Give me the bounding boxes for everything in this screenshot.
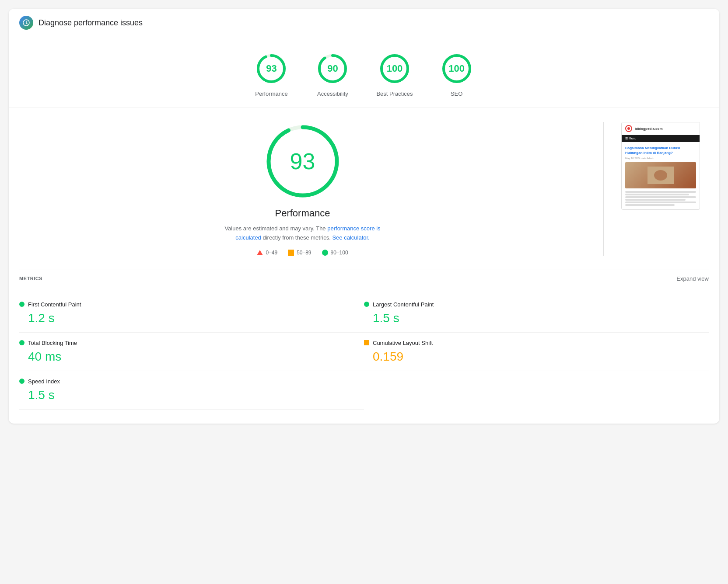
left-panel: 93 Performance Values are estimated and … [19, 122, 586, 256]
score-item-seo: 100 SEO [439, 51, 474, 97]
score-label-seo: SEO [451, 90, 462, 97]
preview-line-5 [625, 202, 696, 203]
score-value-seo: 100 [448, 63, 465, 74]
metric-value-cls: 0.159 [364, 350, 709, 364]
preview-line-6 [625, 204, 675, 206]
legend-range3: 90–100 [331, 250, 348, 256]
metric-value-tbt: 40 ms [19, 350, 364, 364]
metrics-title: METRICS [19, 276, 42, 281]
preview-line-1 [625, 191, 696, 193]
preview-header: idblogpedia.com [622, 122, 700, 135]
preview-logo-inner [627, 127, 630, 130]
legend-item-red: 0–49 [257, 250, 277, 256]
desc-start: Values are estimated and may vary. The [224, 225, 326, 232]
metric-value-si: 1.5 s [19, 388, 364, 402]
legend-item-orange: 50–89 [288, 250, 311, 256]
svg-point-12 [654, 170, 667, 181]
legend-row: 0–49 50–89 90–100 [257, 250, 348, 256]
large-score-circle: 93 [263, 122, 342, 201]
metric-dot-fcp [19, 302, 24, 307]
large-score-value: 93 [290, 148, 315, 174]
preview-domain: idblogpedia.com [635, 127, 663, 131]
preview-meta: May 18 2024 oleh Admin [625, 157, 696, 160]
preview-text-lines [625, 191, 696, 206]
main-content: 93 Performance Values are estimated and … [9, 108, 719, 270]
score-label-performance: Performance [255, 90, 287, 97]
preview-nav: ☰ Menu [622, 135, 700, 142]
expand-view-button[interactable]: Expand view [676, 275, 709, 282]
metric-label-row-fcp: First Contentful Paint [19, 301, 364, 308]
score-value-best-practices: 100 [387, 63, 403, 74]
metric-label-row-lcp: Largest Contentful Paint [364, 301, 709, 308]
preview-article-title: Bagaimana Meningkatkan Durasi Hubungan I… [625, 146, 696, 155]
score-circle-accessibility: 90 [315, 51, 350, 86]
metric-value-fcp: 1.2 s [19, 311, 364, 325]
metric-item-fcp: First Contentful Paint 1.2 s [19, 294, 364, 333]
legend-item-green: 90–100 [322, 250, 348, 256]
performance-title: Performance [275, 208, 330, 219]
calc-link[interactable]: See calculator. [332, 234, 369, 241]
preview-line-2 [625, 194, 689, 195]
right-panel: idblogpedia.com ☰ Menu Bagaimana Meningk… [621, 122, 709, 256]
legend-orange-icon [288, 250, 294, 256]
metric-item-lcp: Largest Contentful Paint 1.5 s [364, 294, 709, 333]
performance-description: Values are estimated and may vary. The p… [220, 224, 386, 243]
score-value-performance: 93 [266, 63, 276, 74]
preview-line-4 [625, 199, 686, 201]
metric-value-lcp: 1.5 s [364, 311, 709, 325]
preview-body: Bagaimana Meningkatkan Durasi Hubungan I… [622, 142, 700, 209]
metric-name-lcp: Largest Contentful Paint [373, 301, 434, 308]
metric-dot-si [19, 379, 24, 384]
metrics-section: METRICS Expand view First Contentful Pai… [9, 270, 719, 424]
main-card: Diagnose performance issues 93 Performan… [9, 9, 719, 424]
header-title: Diagnose performance issues [38, 18, 143, 28]
legend-range1: 0–49 [266, 250, 277, 256]
header-icon [19, 16, 33, 30]
metric-item-si: Speed Index 1.5 s [19, 371, 364, 410]
desc-middle: directly from these metrics. [262, 234, 330, 241]
metric-item-tbt: Total Blocking Time 40 ms [19, 333, 364, 371]
metric-name-cls: Cumulative Layout Shift [373, 340, 433, 346]
vertical-divider [603, 122, 604, 256]
score-circle-best-practices: 100 [377, 51, 412, 86]
preview-nav-text: ☰ Menu [625, 137, 636, 140]
score-label-accessibility: Accessibility [317, 90, 348, 97]
website-preview: idblogpedia.com ☰ Menu Bagaimana Meningk… [621, 122, 700, 210]
metric-dot-tbt [19, 340, 24, 345]
preview-image [625, 162, 696, 188]
metrics-header: METRICS Expand view [19, 270, 709, 287]
score-value-accessibility: 90 [327, 63, 338, 74]
score-item-performance: 93 Performance [254, 51, 289, 97]
scores-section: 93 Performance 90 Accessibility [9, 37, 719, 108]
metric-name-fcp: First Contentful Paint [28, 301, 81, 308]
score-label-best-practices: Best Practices [376, 90, 413, 97]
metric-name-si: Speed Index [28, 378, 60, 385]
preview-logo [625, 125, 632, 132]
metric-dot-cls [364, 340, 369, 345]
legend-red-icon [257, 250, 263, 255]
score-circle-performance: 93 [254, 51, 289, 86]
scores-row: 93 Performance 90 Accessibility [19, 51, 709, 97]
metric-item-cls: Cumulative Layout Shift 0.159 [364, 333, 709, 371]
score-circle-seo: 100 [439, 51, 474, 86]
metric-name-tbt: Total Blocking Time [28, 340, 77, 346]
metric-label-row-cls: Cumulative Layout Shift [364, 340, 709, 346]
metrics-grid: First Contentful Paint 1.2 s Largest Con… [19, 294, 709, 410]
legend-green-icon [322, 250, 328, 256]
preview-line-3 [625, 196, 696, 198]
legend-range2: 50–89 [297, 250, 311, 256]
score-item-best-practices: 100 Best Practices [376, 51, 413, 97]
page-header: Diagnose performance issues [9, 9, 719, 37]
metric-dot-lcp [364, 302, 369, 307]
score-item-accessibility: 90 Accessibility [315, 51, 350, 97]
metric-label-row-tbt: Total Blocking Time [19, 340, 364, 346]
metric-label-row-si: Speed Index [19, 378, 364, 385]
